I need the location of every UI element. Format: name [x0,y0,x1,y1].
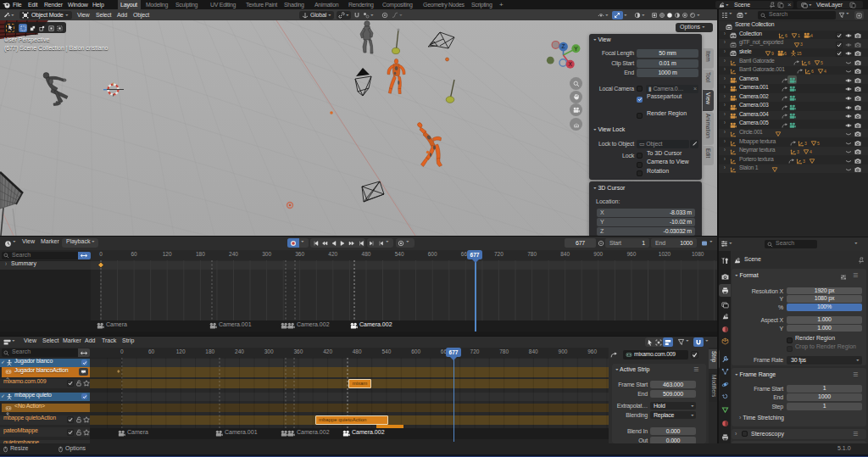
svg-text:Z: Z [562,43,565,49]
